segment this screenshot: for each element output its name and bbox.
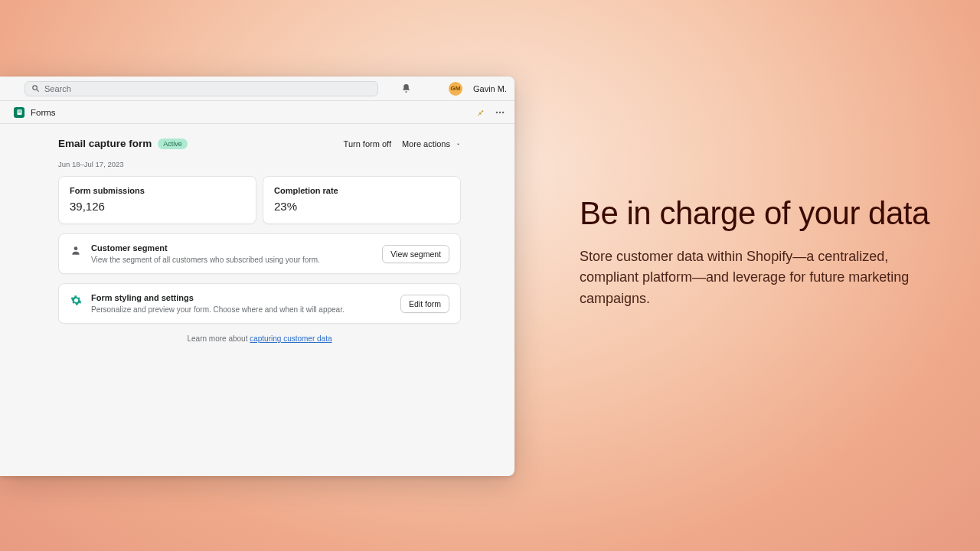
avatar[interactable]: GM xyxy=(449,82,462,96)
pin-button[interactable] xyxy=(473,106,487,119)
search-placeholder: Search xyxy=(44,84,71,93)
edit-form-button[interactable]: Edit form xyxy=(400,295,449,313)
learn-more-link[interactable]: capturing customer data xyxy=(250,334,332,343)
form-styling-card: Form styling and settings Personalize an… xyxy=(58,283,461,324)
section-subtitle: View the segment of all customers who su… xyxy=(91,256,373,264)
promo-body: Store customer data within Shopify—a cen… xyxy=(580,246,932,311)
learn-more-prefix: Learn more about xyxy=(188,334,250,343)
more-actions-label: More actions xyxy=(402,139,450,148)
app-name: Forms xyxy=(31,108,56,117)
metric-submissions: Form submissions 39,126 xyxy=(58,176,256,224)
forms-app-icon xyxy=(14,107,24,118)
svg-rect-4 xyxy=(18,112,21,112)
section-subtitle: Personalize and preview your form. Choos… xyxy=(91,305,391,314)
promo-heading: Be in charge of your data xyxy=(580,194,932,233)
more-button[interactable] xyxy=(493,106,507,119)
svg-point-5 xyxy=(496,111,498,112)
subbar: Forms xyxy=(0,101,514,124)
metrics-row: Form submissions 39,126 Completion rate … xyxy=(58,176,461,224)
search-icon xyxy=(31,84,40,93)
username: Gavin M. xyxy=(473,84,507,93)
turn-form-off-button[interactable]: Turn form off xyxy=(344,139,391,148)
promo-copy: Be in charge of your data Store customer… xyxy=(580,194,932,310)
metric-value: 39,126 xyxy=(70,200,245,213)
metric-label: Completion rate xyxy=(274,186,449,195)
page-header: Email capture form Active Turn form off … xyxy=(58,138,461,149)
svg-point-6 xyxy=(499,111,501,112)
topbar: Search GM Gavin M. xyxy=(0,77,514,101)
svg-rect-3 xyxy=(18,111,21,112)
svg-line-1 xyxy=(37,90,39,92)
notifications-button[interactable] xyxy=(400,82,413,96)
chevron-down-icon xyxy=(456,139,461,148)
customer-segment-card: Customer segment View the segment of all… xyxy=(58,233,461,274)
status-badge: Active xyxy=(158,139,188,149)
section-title: Customer segment xyxy=(91,243,373,253)
gear-icon xyxy=(70,294,82,306)
metric-value: 23% xyxy=(274,200,449,213)
more-actions-button[interactable]: More actions xyxy=(402,139,461,148)
view-segment-button[interactable]: View segment xyxy=(382,245,449,263)
metric-label: Form submissions xyxy=(70,186,245,195)
date-range: Jun 18–Jul 17, 2023 xyxy=(58,160,461,168)
svg-point-7 xyxy=(502,111,504,112)
learn-more-footer: Learn more about capturing customer data xyxy=(58,334,461,343)
page-title: Email capture form xyxy=(58,138,152,149)
svg-point-0 xyxy=(33,86,38,90)
page-content: Email capture form Active Turn form off … xyxy=(0,124,514,357)
person-icon xyxy=(70,244,82,256)
app-window: Search GM Gavin M. Forms Email capture f… xyxy=(0,77,514,476)
metric-completion: Completion rate 23% xyxy=(263,176,461,224)
svg-point-8 xyxy=(74,246,78,250)
bell-icon xyxy=(401,83,411,93)
section-title: Form styling and settings xyxy=(91,293,391,302)
search-input[interactable]: Search xyxy=(24,81,378,96)
